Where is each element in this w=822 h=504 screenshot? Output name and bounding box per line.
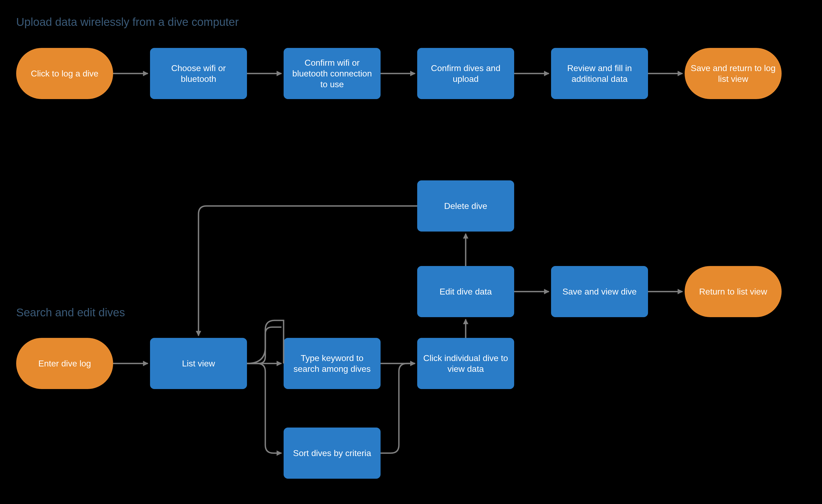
flow2-list: List view (150, 338, 247, 389)
flow1-step3-label: Confirm dives and upload (423, 63, 509, 84)
flow2-view-label: Click individual dive to view data (423, 353, 509, 374)
flow2-delete: Delete dive (417, 180, 514, 231)
flow2-search: Type keyword to search among dives (284, 338, 381, 389)
connector-list-to-sort (247, 364, 282, 453)
connector-delete-to-list (198, 206, 417, 336)
flow2-list-label: List view (182, 358, 215, 369)
flow1-step2: Confirm wifi or bluetooth connection to … (284, 48, 381, 99)
flow1-start-label: Click to log a dive (31, 68, 98, 79)
flow2-edit-label: Edit dive data (440, 286, 492, 297)
flow2-sort: Sort dives by criteria (284, 428, 381, 479)
flow2-start-label: Enter dive log (38, 358, 91, 369)
flow2-save-label: Save and view dive (562, 286, 637, 297)
flow1-step3: Confirm dives and upload (417, 48, 514, 99)
flow2-start: Enter dive log (16, 338, 113, 389)
flow1-step4-label: Review and fill in additional data (556, 63, 643, 84)
flow1-end-label: Save and return to log list view (690, 63, 776, 84)
diagram-canvas: Upload data wirelessly from a dive compu… (0, 0, 822, 504)
flow2-end-label: Return to list view (699, 286, 767, 297)
flow2-end: Return to list view (685, 266, 782, 317)
connector-line (247, 327, 282, 364)
connector-line (247, 321, 284, 364)
flow2-search-label: Type keyword to search among dives (289, 353, 375, 374)
flow2-delete-label: Delete dive (444, 200, 487, 211)
flow2-save: Save and view dive (551, 266, 648, 317)
flow1-step1-label: Choose wifi or bluetooth (155, 63, 242, 84)
flow2-sort-label: Sort dives by criteria (293, 448, 371, 459)
flow1-step1: Choose wifi or bluetooth (150, 48, 247, 99)
flow2-edit: Edit dive data (417, 266, 514, 317)
flow1-title: Upload data wirelessly from a dive compu… (16, 16, 239, 29)
connector-sort-to-view (381, 364, 415, 453)
flow1-step4: Review and fill in additional data (551, 48, 648, 99)
flow2-view: Click individual dive to view data (417, 338, 514, 389)
flow1-step2-label: Confirm wifi or bluetooth connection to … (289, 57, 375, 90)
flow1-start: Click to log a dive (16, 48, 113, 99)
flow2-title: Search and edit dives (16, 306, 125, 319)
flow1-end: Save and return to log list view (685, 48, 782, 99)
